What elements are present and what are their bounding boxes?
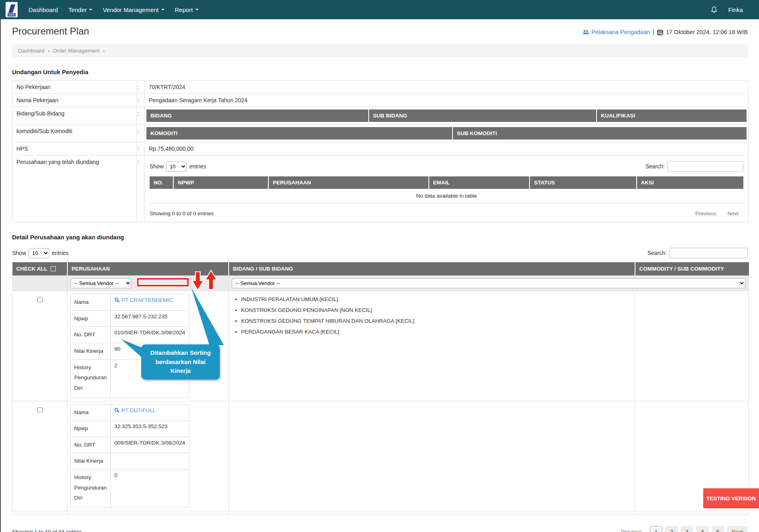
pagination: Previous 1 2 3 4 5 Next (616, 526, 748, 532)
company-row: Nama PT CRAFTENDEMIC Npwp 32.567.987.5-2… (12, 291, 749, 401)
column-header: BIDANG (146, 109, 369, 122)
logo-text: SIER (8, 13, 16, 16)
breadcrumb-sep: › (103, 48, 105, 54)
section-title-detail: Detail Perusahaan yang akan diundang (12, 234, 748, 241)
search-label: Search: (645, 163, 665, 170)
table-row: Perusahaan yang telah diundang : Show 10… (12, 156, 749, 223)
no-pekerjaan-value: 70/KTRT/2024 (145, 81, 749, 94)
entries-label: entries (189, 163, 206, 170)
komoditi-header-table: KOMODITI SUB KOMODITI (146, 127, 747, 140)
nav-item-vendor-management[interactable]: Vendor Management (97, 0, 169, 19)
partial-row (12, 511, 749, 515)
bidang-list: INDUSTRI PERALATAN UMUM [KECIL] KONSTRUK… (229, 294, 634, 337)
invitation-info-table: No Pekerjaan : 70/KTRT/2024 Nama Pekerja… (12, 80, 749, 223)
bell-icon[interactable] (710, 6, 718, 14)
field-label: Perusahaan yang telah diundang (12, 156, 137, 223)
previous-button[interactable]: Previous (616, 526, 647, 532)
table-row: HPS : Rp.75,480,000.00 (12, 142, 749, 156)
column-header-check-all: CHECK ALL (12, 262, 67, 276)
bidang-filter-select[interactable]: -- Semua Vendor -- (232, 278, 745, 288)
company-link[interactable]: PT CRAFTENDEMIC (114, 297, 185, 303)
next-button[interactable]: Next (727, 526, 748, 532)
field-label: History Pengunduran Diri (71, 359, 111, 398)
vendor-filter-select[interactable]: -- Semua Vendor -- (71, 278, 132, 288)
list-item: KONSTRUKSI GEDUNG TEMPAT HIBURAN DAN OLA… (241, 316, 634, 326)
user-menu[interactable]: Finka (728, 6, 743, 13)
check-all-checkbox[interactable] (51, 266, 56, 271)
hps-value: Rp.75,480,000.00 (145, 142, 749, 156)
field-label: HPS (12, 142, 137, 156)
no-drt-value: 010/SIER-TDR/DK.3/08/2024 (111, 327, 189, 343)
company-link[interactable]: PT DUTIFULL (114, 407, 185, 413)
npwp-value: 32.567.987.5-232.235 (111, 310, 189, 327)
previous-button[interactable]: Previous (690, 208, 721, 219)
calendar-icon (657, 29, 663, 35)
testing-version-badge: TESTING VERSION (703, 488, 759, 508)
field-label: Nama (71, 404, 111, 421)
next-button[interactable]: Next (722, 208, 743, 219)
sier-logo[interactable]: SIER (6, 2, 18, 17)
column-header: SUB KOMODITI (453, 127, 747, 140)
show-label: Show (12, 250, 26, 256)
page-button-3[interactable]: 3 (681, 526, 694, 532)
breadcrumb-dashboard[interactable]: Dashboard (18, 48, 45, 54)
header-meta: Pelaksana Pengadaan | 17 Oktober 2024, 1… (582, 29, 748, 37)
detail-companies-table: CHECK ALL PERUSAHAAN BIDANG / SUB BIDANG… (12, 262, 749, 515)
field-label: Nama Pekerjaan (12, 94, 137, 107)
detail-page-size-select[interactable]: 10 (28, 248, 49, 258)
page-button-2[interactable]: 2 (665, 526, 678, 532)
column-header: SUB BIDANG (369, 109, 597, 122)
column-header: BIDANG / SUB BIDANG (229, 262, 635, 276)
breadcrumb: Dashboard › Order Management › (12, 44, 748, 57)
nav-menu: Dashboard Tender Vendor Management Repor… (23, 0, 204, 19)
field-label: No. DRT (71, 327, 111, 343)
company-detail-table: Nama PT DUTIFULL Npwp 32.325.353.5-352.5… (70, 404, 189, 508)
invited-search-input[interactable] (667, 161, 743, 172)
history-value: 2 (111, 359, 189, 398)
list-item: INDUSTRI PERALATAN UMUM [KECIL] (241, 294, 634, 305)
field-label: Nilai Kinerja (71, 343, 111, 359)
column-header: STATUS (530, 176, 636, 189)
chevron-down-icon (89, 9, 92, 10)
section-title-undangan: Undangan Untuk Penyedia (12, 69, 748, 75)
nav-item-dashboard[interactable]: Dashboard (23, 0, 63, 19)
field-label: komoditi/Sub Komoditi (12, 125, 137, 142)
meta-separator: | (653, 29, 654, 35)
breadcrumb-sep: › (48, 48, 50, 54)
column-header: KOMODITI (146, 127, 453, 140)
logo-slash-icon (8, 4, 15, 13)
page-button-4[interactable]: 4 (696, 526, 709, 532)
nav-item-report[interactable]: Report (170, 0, 204, 19)
column-header: KUALIFIKASI (597, 109, 747, 122)
filter-row: -- Semua Vendor -- -- Semua Vendor -- (12, 276, 749, 291)
magnifier-icon (114, 408, 120, 413)
page-button-5[interactable]: 5 (712, 526, 724, 532)
column-header: COMMODITY / SUB COMMODITY (635, 262, 749, 276)
role-link[interactable]: Pelaksana Pengadaan (582, 29, 650, 35)
detail-table-wrap: CHECK ALL PERUSAHAAN BIDANG / SUB BIDANG… (12, 262, 748, 515)
page-container: Procurement Plan Pelaksana Pengadaan | 1… (0, 19, 759, 532)
field-label: No Pekerjaan (12, 81, 137, 94)
table-info: Showing 1 to 10 of 44 entries (12, 529, 82, 532)
invited-page-size-select[interactable]: 10 (166, 162, 187, 172)
nav-item-tender[interactable]: Tender (63, 0, 97, 19)
field-label: Bidang/Sub Bidang (12, 107, 137, 125)
magnifier-icon (114, 297, 120, 303)
table-row: Nama Pekerjaan : Pengadaan Seragam Kerja… (12, 94, 749, 107)
company-detail-table: Nama PT CRAFTENDEMIC Npwp 32.567.987.5-2… (70, 294, 189, 398)
row-checkbox[interactable] (37, 407, 43, 413)
npwp-value: 32.325.353.5-352.523 (111, 421, 189, 437)
page-title: Procurement Plan (12, 26, 89, 37)
breadcrumb-order-management[interactable]: Order Management (53, 48, 100, 54)
column-header: PERUSAHAAN (268, 176, 429, 189)
table-row: komoditi/Sub Komoditi : KOMODITI SUB KOM… (12, 125, 749, 142)
detail-search-input[interactable] (669, 248, 748, 258)
row-checkbox[interactable] (37, 297, 43, 302)
nama-pekerjaan-value: Pengadaan Seragam Kerja Tahun 2024 (145, 94, 749, 107)
column-header: PERUSAHAAN (67, 262, 229, 276)
field-label: No. DRT (71, 437, 111, 453)
page-button-1[interactable]: 1 (650, 526, 663, 532)
column-header: NPWP (173, 176, 268, 189)
datetime-text: 17 Oktober 2024, 12:06:18 WIB (666, 29, 748, 35)
field-label: Npwp (71, 310, 111, 327)
